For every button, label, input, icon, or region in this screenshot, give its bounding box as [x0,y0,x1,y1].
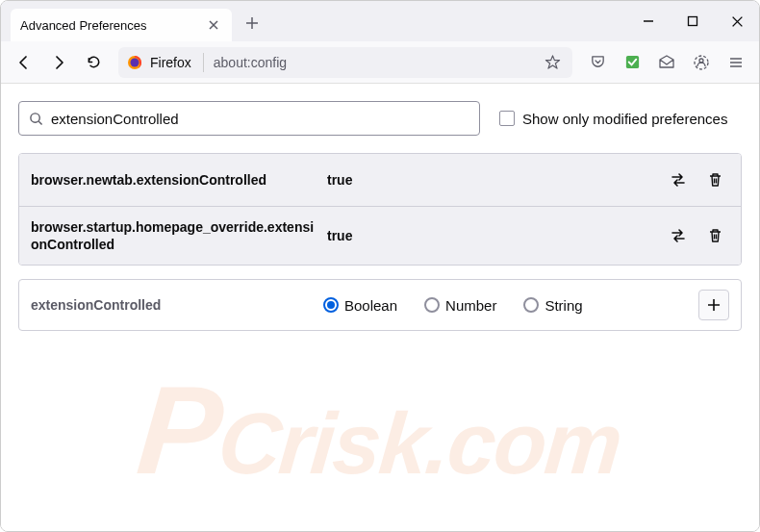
svg-rect-0 [689,17,697,26]
new-preference-row: extensionControlled Boolean Number Strin… [18,279,742,331]
browser-window: Advanced Preferences [0,0,760,532]
back-button[interactable] [9,47,39,78]
url-divider [203,53,204,72]
page-content: Show only modified preferences browser.n… [1,84,759,531]
window-controls [626,1,759,41]
url-text: about:config [214,55,535,70]
navigation-toolbar: Firefox about:config [1,41,759,84]
radio-boolean[interactable]: Boolean [323,297,397,314]
preference-row[interactable]: browser.newtab.extensionControlled true [19,154,741,206]
preference-name: browser.newtab.extensionControlled [31,171,319,189]
tab-active[interactable]: Advanced Preferences [11,9,232,41]
newtab-button[interactable] [238,9,266,38]
extension-icon[interactable] [617,47,647,78]
checkbox-icon[interactable] [499,111,515,126]
maximize-button[interactable] [671,1,715,41]
add-button[interactable] [698,290,729,320]
toggle-icon[interactable] [664,165,693,194]
radio-string[interactable]: String [523,297,582,314]
search-input[interactable] [51,111,469,127]
new-preference-name: extensionControlled [31,297,319,313]
menu-icon[interactable] [721,47,751,78]
account-icon[interactable] [686,47,717,78]
radio-icon [323,297,339,313]
search-box[interactable] [18,101,480,136]
mail-icon[interactable] [651,47,682,78]
search-icon [29,112,43,126]
close-icon[interactable] [205,16,222,34]
type-radio-group: Boolean Number String [323,297,695,314]
minimize-button[interactable] [626,1,671,41]
titlebar: Advanced Preferences [1,1,759,41]
watermark: PCrisk.com [0,358,760,502]
preference-value: true [327,172,656,188]
checkbox-label: Show only modified preferences [522,111,727,127]
toggle-icon[interactable] [664,221,693,250]
preference-name: browser.startup.homepage_override.extens… [31,218,319,253]
close-window-button[interactable] [715,1,759,41]
preference-value: true [327,228,656,243]
preference-table: browser.newtab.extensionControlled true … [18,153,742,266]
svg-point-6 [31,113,39,121]
pocket-icon[interactable] [582,47,613,78]
radio-label: String [545,297,582,314]
svg-point-2 [131,58,139,66]
bookmark-star-icon[interactable] [541,51,564,74]
url-prefix: Firefox [148,55,193,70]
show-modified-toggle[interactable]: Show only modified preferences [499,111,727,127]
delete-icon[interactable] [700,165,729,194]
forward-button[interactable] [43,47,74,78]
firefox-icon [127,55,142,70]
url-bar[interactable]: Firefox about:config [118,47,572,78]
radio-icon [424,297,440,313]
tab-title: Advanced Preferences [20,18,205,33]
search-row: Show only modified preferences [18,101,742,136]
preference-row[interactable]: browser.startup.homepage_override.extens… [19,206,741,265]
radio-label: Boolean [344,297,397,314]
radio-label: Number [445,297,496,314]
tabs-area: Advanced Preferences [11,1,626,41]
reload-button[interactable] [78,47,109,78]
radio-icon [523,297,539,313]
delete-icon[interactable] [700,221,729,250]
radio-number[interactable]: Number [424,297,496,314]
